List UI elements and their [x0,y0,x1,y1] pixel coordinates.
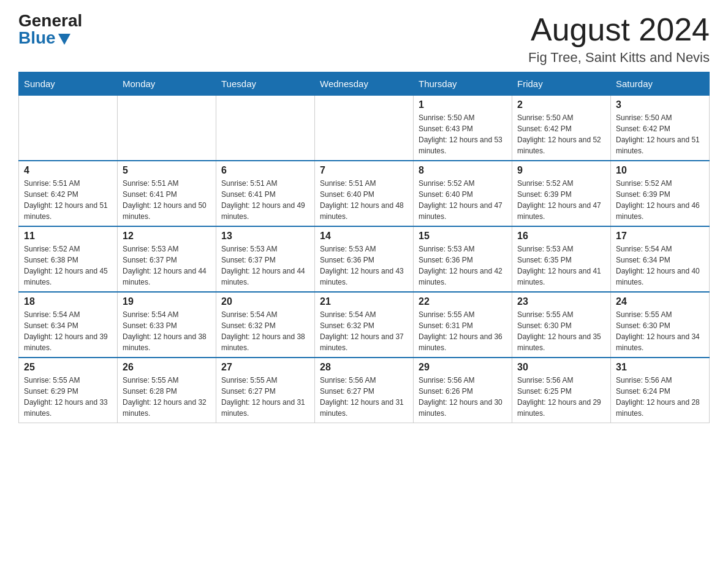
day-info: Sunrise: 5:55 AMSunset: 6:29 PMDaylight:… [24,375,112,419]
weekday-header-friday: Friday [512,72,611,96]
calendar-day-empty [19,96,118,161]
page-header: General Blue August 2024 Fig Tree, Saint… [18,12,710,66]
day-number: 16 [517,231,605,242]
day-info: Sunrise: 5:56 AMSunset: 6:26 PMDaylight:… [419,375,507,419]
day-number: 8 [419,165,507,176]
day-info: Sunrise: 5:51 AMSunset: 6:41 PMDaylight:… [123,178,211,222]
day-info: Sunrise: 5:55 AMSunset: 6:30 PMDaylight:… [517,309,605,353]
day-number: 14 [320,231,408,242]
calendar-day-empty [216,96,315,161]
day-info: Sunrise: 5:50 AMSunset: 6:43 PMDaylight:… [419,112,507,156]
day-info: Sunrise: 5:56 AMSunset: 6:24 PMDaylight:… [616,375,704,419]
calendar-day-8: 8Sunrise: 5:52 AMSunset: 6:40 PMDaylight… [414,161,512,226]
calendar-day-9: 9Sunrise: 5:52 AMSunset: 6:39 PMDaylight… [512,161,611,226]
calendar-day-20: 20Sunrise: 5:54 AMSunset: 6:32 PMDayligh… [216,292,315,358]
calendar-day-16: 16Sunrise: 5:53 AMSunset: 6:35 PMDayligh… [512,226,611,292]
day-number: 4 [24,165,112,176]
calendar-day-1: 1Sunrise: 5:50 AMSunset: 6:43 PMDaylight… [414,96,512,161]
day-number: 1 [419,99,507,110]
logo-blue-text: Blue [18,29,82,47]
day-info: Sunrise: 5:56 AMSunset: 6:25 PMDaylight:… [517,375,605,419]
weekday-header-tuesday: Tuesday [216,72,315,96]
calendar-week-row: 25Sunrise: 5:55 AMSunset: 6:29 PMDayligh… [19,358,710,423]
calendar-day-7: 7Sunrise: 5:51 AMSunset: 6:40 PMDaylight… [315,161,414,226]
day-number: 6 [221,165,309,176]
day-number: 28 [320,362,408,373]
calendar-day-23: 23Sunrise: 5:55 AMSunset: 6:30 PMDayligh… [512,292,611,358]
day-info: Sunrise: 5:52 AMSunset: 6:39 PMDaylight:… [616,178,704,222]
day-info: Sunrise: 5:56 AMSunset: 6:27 PMDaylight:… [320,375,408,419]
day-info: Sunrise: 5:53 AMSunset: 6:37 PMDaylight:… [221,243,309,288]
day-number: 23 [517,296,605,307]
day-info: Sunrise: 5:50 AMSunset: 6:42 PMDaylight:… [517,112,605,156]
weekday-header-monday: Monday [118,72,216,96]
calendar-day-22: 22Sunrise: 5:55 AMSunset: 6:31 PMDayligh… [414,292,512,358]
calendar-day-11: 11Sunrise: 5:52 AMSunset: 6:38 PMDayligh… [19,226,118,292]
day-number: 18 [24,296,112,307]
day-number: 10 [616,165,704,176]
day-number: 9 [517,165,605,176]
calendar-day-13: 13Sunrise: 5:53 AMSunset: 6:37 PMDayligh… [216,226,315,292]
calendar-day-12: 12Sunrise: 5:53 AMSunset: 6:37 PMDayligh… [118,226,216,292]
day-number: 20 [221,296,309,307]
calendar-header: SundayMondayTuesdayWednesdayThursdayFrid… [19,72,710,96]
calendar-day-25: 25Sunrise: 5:55 AMSunset: 6:29 PMDayligh… [19,358,118,423]
day-info: Sunrise: 5:52 AMSunset: 6:40 PMDaylight:… [419,178,507,222]
day-number: 29 [419,362,507,373]
calendar-day-21: 21Sunrise: 5:54 AMSunset: 6:32 PMDayligh… [315,292,414,358]
day-number: 26 [123,362,211,373]
day-info: Sunrise: 5:53 AMSunset: 6:36 PMDaylight:… [419,243,507,288]
weekday-header-saturday: Saturday [611,72,710,96]
day-info: Sunrise: 5:51 AMSunset: 6:42 PMDaylight:… [24,178,112,222]
calendar-day-28: 28Sunrise: 5:56 AMSunset: 6:27 PMDayligh… [315,358,414,423]
logo: General Blue [18,12,82,47]
calendar-week-row: 4Sunrise: 5:51 AMSunset: 6:42 PMDaylight… [19,161,710,226]
day-info: Sunrise: 5:55 AMSunset: 6:27 PMDaylight:… [221,375,309,419]
day-info: Sunrise: 5:53 AMSunset: 6:37 PMDaylight:… [123,243,211,288]
location-title: Fig Tree, Saint Kitts and Nevis [528,50,710,66]
calendar-day-15: 15Sunrise: 5:53 AMSunset: 6:36 PMDayligh… [414,226,512,292]
day-info: Sunrise: 5:51 AMSunset: 6:41 PMDaylight:… [221,178,309,222]
weekday-header-thursday: Thursday [414,72,512,96]
calendar-day-14: 14Sunrise: 5:53 AMSunset: 6:36 PMDayligh… [315,226,414,292]
day-info: Sunrise: 5:54 AMSunset: 6:33 PMDaylight:… [123,309,211,353]
day-info: Sunrise: 5:54 AMSunset: 6:34 PMDaylight:… [616,243,704,288]
calendar-day-29: 29Sunrise: 5:56 AMSunset: 6:26 PMDayligh… [414,358,512,423]
day-number: 24 [616,296,704,307]
calendar-day-26: 26Sunrise: 5:55 AMSunset: 6:28 PMDayligh… [118,358,216,423]
calendar-day-4: 4Sunrise: 5:51 AMSunset: 6:42 PMDaylight… [19,161,118,226]
calendar-day-27: 27Sunrise: 5:55 AMSunset: 6:27 PMDayligh… [216,358,315,423]
calendar-day-3: 3Sunrise: 5:50 AMSunset: 6:42 PMDaylight… [611,96,710,161]
day-info: Sunrise: 5:52 AMSunset: 6:39 PMDaylight:… [517,178,605,222]
day-number: 19 [123,296,211,307]
day-info: Sunrise: 5:54 AMSunset: 6:32 PMDaylight:… [320,309,408,353]
day-info: Sunrise: 5:52 AMSunset: 6:38 PMDaylight:… [24,243,112,288]
day-number: 31 [616,362,704,373]
weekday-header-row: SundayMondayTuesdayWednesdayThursdayFrid… [19,72,710,96]
day-number: 27 [221,362,309,373]
day-number: 30 [517,362,605,373]
day-info: Sunrise: 5:54 AMSunset: 6:34 PMDaylight:… [24,309,112,353]
calendar-day-17: 17Sunrise: 5:54 AMSunset: 6:34 PMDayligh… [611,226,710,292]
calendar-day-18: 18Sunrise: 5:54 AMSunset: 6:34 PMDayligh… [19,292,118,358]
day-number: 7 [320,165,408,176]
calendar-week-row: 11Sunrise: 5:52 AMSunset: 6:38 PMDayligh… [19,226,710,292]
calendar-day-6: 6Sunrise: 5:51 AMSunset: 6:41 PMDaylight… [216,161,315,226]
day-number: 2 [517,99,605,110]
day-number: 17 [616,231,704,242]
calendar-day-empty [315,96,414,161]
calendar-body: 1Sunrise: 5:50 AMSunset: 6:43 PMDaylight… [19,96,710,423]
calendar-day-30: 30Sunrise: 5:56 AMSunset: 6:25 PMDayligh… [512,358,611,423]
weekday-header-wednesday: Wednesday [315,72,414,96]
day-number: 3 [616,99,704,110]
weekday-header-sunday: Sunday [19,72,118,96]
day-number: 21 [320,296,408,307]
day-info: Sunrise: 5:55 AMSunset: 6:28 PMDaylight:… [123,375,211,419]
calendar-day-31: 31Sunrise: 5:56 AMSunset: 6:24 PMDayligh… [611,358,710,423]
day-number: 22 [419,296,507,307]
calendar-week-row: 18Sunrise: 5:54 AMSunset: 6:34 PMDayligh… [19,292,710,358]
logo-general-text: General [18,12,82,29]
calendar-day-empty [118,96,216,161]
day-info: Sunrise: 5:54 AMSunset: 6:32 PMDaylight:… [221,309,309,353]
calendar-day-10: 10Sunrise: 5:52 AMSunset: 6:39 PMDayligh… [611,161,710,226]
